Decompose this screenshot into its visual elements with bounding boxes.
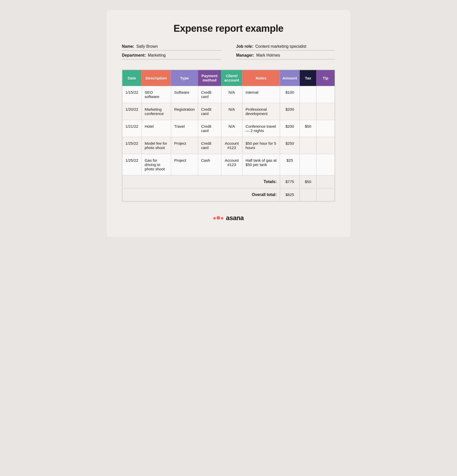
overall-tip [316, 188, 335, 202]
cell-type: Project [171, 154, 198, 175]
cell-type: Software [171, 86, 198, 103]
cell-payment: Credit card [198, 103, 221, 120]
table-row: 1/25/22Gas for driving to photo shootPro… [122, 154, 335, 175]
cell-tip [316, 120, 335, 137]
expense-table: Date Description Type Payment method Cli… [122, 70, 335, 202]
cell-description: Model fee for photo shoot [141, 137, 171, 154]
cell-description: Marketing conference [141, 103, 171, 120]
cell-notes: $50 per hour for 5 hours [242, 137, 280, 154]
cell-date: 1/25/22 [122, 137, 141, 154]
cell-description: Hotel [141, 120, 171, 137]
table-row: 1/15/22SEO softwareSoftwareCredit cardN/… [122, 86, 335, 103]
table-row: 1/21/22HotelTravelCredit cardN/AConferen… [122, 120, 335, 137]
totals-row: Totals:$775$50 [122, 175, 335, 188]
cell-amount: $200 [280, 120, 300, 137]
cell-amount: $25 [280, 154, 300, 175]
table-header: Date Description Type Payment method Cli… [122, 70, 335, 86]
department-value: Marketing [148, 53, 166, 58]
th-date: Date [122, 70, 141, 86]
cell-tip [316, 103, 335, 120]
overall-row: Overall total:$825 [122, 188, 335, 202]
cell-payment: Cash [198, 154, 221, 175]
table-body: 1/15/22SEO softwareSoftwareCredit cardN/… [122, 86, 335, 202]
overall-label: Overall total: [122, 188, 280, 202]
cell-notes: Conference travel — 2 nights [242, 120, 280, 137]
th-client-account: Client/ account [221, 70, 242, 86]
th-tax: Tax [300, 70, 316, 86]
asana-dot-right [221, 217, 223, 220]
th-type: Type [171, 70, 198, 86]
th-description: Description [141, 70, 171, 86]
jobrole-value: Content marketing specialist [255, 44, 306, 49]
cell-client: N/A [221, 120, 242, 137]
totals-label: Totals: [122, 175, 280, 188]
th-tip: Tip [316, 70, 335, 86]
cell-tax [300, 154, 316, 175]
cell-client: Account #123 [221, 154, 242, 175]
asana-icon-wrap [213, 216, 223, 220]
department-label: Department: [122, 53, 146, 58]
cell-type: Travel [171, 120, 198, 137]
meta-department-row: Department: Marketing [122, 53, 221, 59]
cell-tip [316, 154, 335, 175]
manager-value: Mark Holmes [256, 53, 280, 58]
cell-tax [300, 137, 316, 154]
cell-tax: $50 [300, 120, 316, 137]
overall-tax [300, 188, 316, 202]
cell-payment: Credit card [198, 137, 221, 154]
table-row: 1/25/22Model fee for photo shootProjectC… [122, 137, 335, 154]
cell-notes: Internal [242, 86, 280, 103]
cell-client: N/A [221, 86, 242, 103]
cell-date: 1/21/22 [122, 120, 141, 137]
overall-amount: $825 [280, 188, 300, 202]
name-value: Sally Brown [136, 44, 158, 49]
cell-date: 1/20/22 [122, 103, 141, 120]
cell-client: N/A [221, 103, 242, 120]
jobrole-label: Job role: [236, 44, 253, 49]
cell-notes: Half tank of gas at $50 per tank [242, 154, 280, 175]
cell-date: 1/15/22 [122, 86, 141, 103]
asana-dot-center [217, 216, 220, 220]
th-notes: Notes [242, 70, 280, 86]
cell-client: Account #123 [221, 137, 242, 154]
cell-description: Gas for driving to photo shoot [141, 154, 171, 175]
th-payment-method: Payment method [198, 70, 221, 86]
cell-type: Project [171, 137, 198, 154]
meta-section: Name: Sally Brown Job role: Content mark… [122, 44, 335, 59]
cell-tip [316, 137, 335, 154]
asana-logo-icon [213, 216, 223, 220]
meta-manager-row: Manager: Mark Holmes [236, 53, 335, 59]
cell-amount: $250 [280, 137, 300, 154]
totals-tip [316, 175, 335, 188]
asana-footer: asana [122, 214, 335, 222]
cell-notes: Professional development [242, 103, 280, 120]
name-label: Name: [122, 44, 134, 49]
page-container: Expense report example Name: Sally Brown… [107, 10, 350, 237]
cell-tip [316, 86, 335, 103]
cell-tax [300, 103, 316, 120]
th-amount: Amount [280, 70, 300, 86]
cell-description: SEO software [141, 86, 171, 103]
totals-tax: $50 [300, 175, 316, 188]
cell-amount: $100 [280, 86, 300, 103]
meta-name-row: Name: Sally Brown [122, 44, 221, 51]
cell-payment: Credit card [198, 86, 221, 103]
asana-dot-left [213, 217, 216, 220]
page-title: Expense report example [122, 23, 335, 34]
header-row: Date Description Type Payment method Cli… [122, 70, 335, 86]
totals-amount: $775 [280, 175, 300, 188]
manager-label: Manager: [236, 53, 254, 58]
cell-payment: Credit card [198, 120, 221, 137]
meta-jobrole-row: Job role: Content marketing specialist [236, 44, 335, 51]
cell-tax [300, 86, 316, 103]
asana-brand-name: asana [226, 214, 244, 222]
cell-amount: $200 [280, 103, 300, 120]
cell-date: 1/25/22 [122, 154, 141, 175]
table-row: 1/20/22Marketing conferenceRegistrationC… [122, 103, 335, 120]
cell-type: Registration [171, 103, 198, 120]
